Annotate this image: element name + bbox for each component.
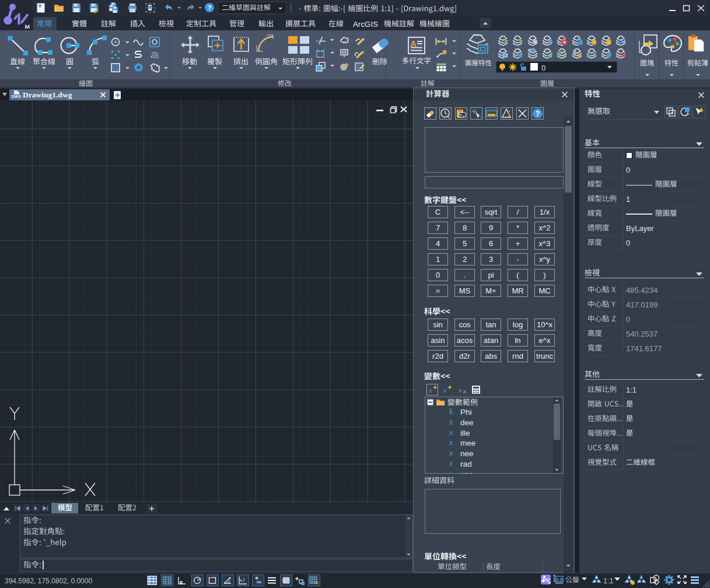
svg-text:DWG: DWG [12,94,21,99]
svg-text:x: x [458,386,462,394]
svg-text:0.0: 0.0 [556,577,563,583]
svg-text:x: x [428,386,432,394]
svg-text:?: ? [208,4,212,11]
svg-text:x: x [443,386,447,394]
svg-text:?: ? [536,110,540,118]
